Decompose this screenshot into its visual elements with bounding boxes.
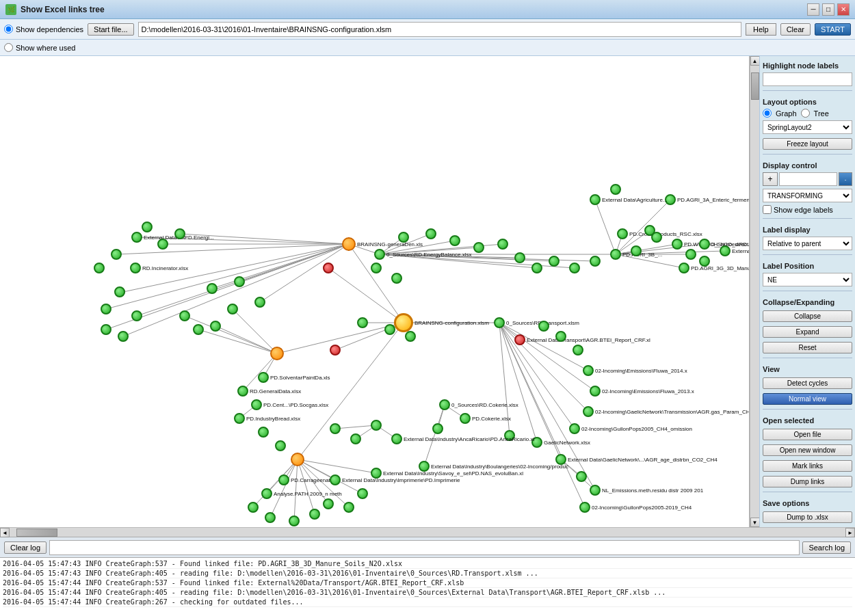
collapse-button[interactable]: Collapse (763, 310, 852, 322)
v-scrollbar[interactable]: ▲ ▼ (750, 56, 759, 527)
graph-node[interactable] (193, 324, 204, 335)
tree-radio[interactable] (801, 109, 810, 118)
graph-node[interactable] (398, 232, 409, 243)
graph-node[interactable] (130, 263, 141, 273)
graph-node[interactable] (350, 433, 361, 444)
dump-links-button[interactable]: Dump links (763, 476, 852, 487)
graph-node[interactable] (210, 321, 221, 332)
graph-node[interactable] (384, 324, 395, 335)
graph-node[interactable] (610, 249, 621, 260)
graph-node[interactable] (590, 485, 601, 496)
graph-node[interactable] (114, 286, 125, 297)
h-scroll-thumb[interactable] (16, 528, 57, 537)
clear-log-button[interactable]: Clear log (4, 541, 47, 554)
detect-cycles-button[interactable]: Detect cycles (763, 377, 852, 389)
expand-button[interactable]: Expand (763, 326, 852, 338)
reset-button[interactable]: Reset (763, 342, 852, 353)
mark-links-button[interactable]: Mark links (763, 460, 852, 472)
graph-node[interactable] (494, 317, 505, 328)
graph-node[interactable] (289, 515, 300, 526)
graph-node[interactable] (111, 249, 122, 260)
graph-node[interactable] (101, 304, 111, 314)
graph-node[interactable] (174, 228, 185, 239)
layout-select[interactable]: SpringLayout2 (763, 120, 852, 134)
graph-node[interactable] (323, 498, 334, 509)
graph-node[interactable] (309, 509, 320, 520)
graph-node[interactable] (227, 304, 238, 314)
freeze-layout-button[interactable]: Freeze layout (763, 138, 852, 150)
graph-node[interactable] (234, 276, 245, 287)
graph-node[interactable] (371, 263, 382, 273)
graph-node[interactable] (590, 256, 601, 267)
graph-node[interactable] (330, 345, 341, 356)
graph-node[interactable] (101, 324, 111, 335)
help-button[interactable]: Help (746, 23, 776, 36)
graph-node[interactable] (583, 365, 594, 376)
scroll-up-button[interactable]: ▲ (750, 56, 760, 66)
graph-node[interactable] (432, 423, 443, 434)
graph-node[interactable] (590, 194, 601, 205)
graph-node[interactable] (157, 239, 168, 250)
graph-node[interactable] (251, 399, 262, 410)
graph-node[interactable] (261, 488, 272, 499)
restore-button[interactable]: □ (822, 3, 834, 16)
graph-node[interactable] (207, 283, 218, 294)
graph-node[interactable] (179, 310, 190, 321)
graph-node[interactable] (473, 242, 484, 253)
graph-node[interactable] (391, 433, 402, 444)
graph-node[interactable] (270, 347, 284, 360)
search-log-button[interactable]: Search log (802, 541, 851, 554)
graph-node[interactable] (555, 454, 566, 465)
start-file-button[interactable]: Start file... (88, 23, 134, 36)
graph-node[interactable] (258, 427, 269, 438)
graph-node[interactable] (497, 239, 508, 250)
graph-node[interactable] (460, 413, 471, 424)
graph-node[interactable] (371, 420, 382, 431)
graph-area[interactable]: BRAINSNG-configuration.xlsmExternal Data… (0, 56, 750, 527)
graph-node[interactable] (291, 453, 304, 466)
clear-button[interactable]: Clear (780, 23, 811, 36)
graph-node[interactable] (576, 471, 587, 482)
graph-node[interactable] (699, 239, 710, 250)
graph-node[interactable] (617, 228, 628, 239)
graph-node[interactable] (330, 474, 341, 485)
plus-button[interactable]: + (763, 172, 778, 186)
graph-node[interactable] (699, 256, 710, 267)
graph-node[interactable] (275, 440, 286, 451)
graph-node[interactable] (720, 245, 731, 256)
graph-node[interactable] (371, 468, 382, 479)
minimize-button[interactable]: ─ (807, 3, 819, 16)
graph-node[interactable] (234, 413, 245, 424)
scroll-left-button[interactable]: ◄ (0, 528, 10, 537)
graph-node[interactable] (323, 263, 334, 273)
counter-dropdown[interactable]: - (839, 172, 852, 186)
graph-node[interactable] (248, 502, 259, 513)
graph-node[interactable] (278, 474, 289, 485)
h-scroll-track[interactable] (10, 528, 845, 537)
graph-node[interactable] (258, 372, 269, 383)
graph-node[interactable] (94, 263, 105, 273)
graph-node[interactable] (679, 263, 689, 273)
graph-node[interactable] (265, 512, 276, 523)
start-button[interactable]: START (815, 23, 851, 36)
close-button[interactable]: ✕ (837, 3, 850, 16)
graph-node[interactable] (357, 488, 368, 499)
graph-node[interactable] (405, 331, 416, 342)
label-display-select[interactable]: Relative to parent (763, 237, 852, 250)
highlight-input[interactable] (763, 72, 852, 86)
normal-view-button[interactable]: Normal view (763, 393, 852, 405)
graph-node[interactable] (685, 249, 696, 260)
graph-node[interactable] (651, 232, 662, 243)
graph-node[interactable] (330, 423, 341, 434)
graph-node[interactable] (514, 252, 525, 263)
graph-node[interactable] (569, 423, 580, 434)
graph-node[interactable] (439, 399, 450, 410)
dump-xlsx-button[interactable]: Dump to .xlsx (763, 511, 852, 523)
graph-node[interactable] (665, 194, 676, 205)
graph-node[interactable] (504, 430, 515, 441)
graph-node[interactable] (343, 502, 354, 513)
filepath-input[interactable] (138, 22, 741, 37)
transforming-select[interactable]: TRANSFORMING (763, 189, 852, 202)
graph-node[interactable] (549, 256, 560, 267)
graph-node[interactable] (391, 273, 402, 284)
